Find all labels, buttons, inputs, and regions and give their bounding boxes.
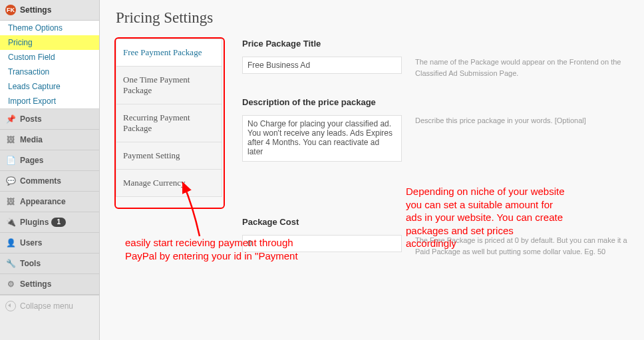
content-area: Pricing Settings Free Payment PackageOne… <box>100 0 644 340</box>
page-title: Pricing Settings <box>116 9 628 27</box>
menu-section-settings[interactable]: FK Settings <box>0 0 99 21</box>
desc-help: Describe this price package in your word… <box>402 115 628 126</box>
menu-item-settings[interactable]: ⚙Settings <box>0 274 99 295</box>
submenu-item-transaction[interactable]: Transaction <box>0 65 99 79</box>
pin-icon: 📌 <box>5 114 16 124</box>
tab-free-payment-package[interactable]: Free Payment Package <box>116 39 222 67</box>
submenu-item-leads-capture[interactable]: Leads Capture <box>0 79 99 94</box>
tools-icon: 🔧 <box>5 258 16 269</box>
menu-item-label: Plugins <box>20 218 49 227</box>
tab-recurring-payment-package[interactable]: Recurring Payment Package <box>116 104 222 142</box>
admin-sidebar: FK Settings Theme OptionsPricingCustom F… <box>0 0 100 340</box>
settings-tabs: Free Payment PackageOne Time Payment Pac… <box>116 39 222 197</box>
tab-one-time-payment-package[interactable]: One Time Payment Package <box>116 67 222 104</box>
menu-item-plugins[interactable]: 🔌Plugins1 <box>0 212 99 233</box>
menu-item-posts[interactable]: 📌Posts <box>0 109 99 130</box>
tab-manage-currency[interactable]: Manage Currency <box>116 170 222 196</box>
title-input[interactable] <box>242 57 402 74</box>
submenu-item-theme-options[interactable]: Theme Options <box>0 21 99 35</box>
tab-payment-setting[interactable]: Payment Setting <box>116 142 222 170</box>
field-cost: Package Cost The Free Package is priced … <box>242 217 628 257</box>
menu-section-label: Settings <box>20 5 51 15</box>
menu-item-label: Media <box>20 135 43 144</box>
comment-icon: 💬 <box>5 176 16 186</box>
menu-item-pages[interactable]: 📄Pages <box>0 150 99 171</box>
menu-item-tools[interactable]: 🔧Tools <box>0 254 99 274</box>
menu-item-label: Pages <box>20 156 43 165</box>
submenu-item-import-export[interactable]: Import Export <box>0 94 99 108</box>
plugin-icon: 🔌 <box>5 217 16 228</box>
settings-form: Price Package Title The name of the Pack… <box>222 39 628 275</box>
menu-item-comments[interactable]: 💬Comments <box>0 171 99 192</box>
field-title: Price Package Title The name of the Pack… <box>242 39 628 79</box>
collapse-icon <box>5 301 16 311</box>
title-help: The name of the Package would appear on … <box>402 57 628 79</box>
page-icon: 📄 <box>5 155 16 166</box>
cost-input[interactable] <box>242 235 402 252</box>
appearance-icon: 🖼 <box>5 196 16 207</box>
collapse-menu[interactable]: Collapse menu <box>0 295 99 317</box>
menu-item-users[interactable]: 👤Users <box>0 233 99 254</box>
field-desc-label: Description of the price package <box>242 97 628 107</box>
menu-item-media[interactable]: 🖼Media <box>0 130 99 150</box>
submenu-item-pricing[interactable]: Pricing <box>0 35 99 50</box>
update-badge: 1 <box>51 218 66 227</box>
brand-icon: FK <box>5 5 16 15</box>
menu-item-label: Comments <box>20 176 61 186</box>
collapse-label: Collapse menu <box>20 301 73 311</box>
menu-item-label: Tools <box>20 259 41 268</box>
media-icon: 🖼 <box>5 134 16 145</box>
submenu-item-custom-field[interactable]: Custom Field <box>0 50 99 65</box>
menu-item-label: Users <box>20 238 42 248</box>
menu-item-label: Posts <box>20 114 42 124</box>
field-title-label: Price Package Title <box>242 39 628 49</box>
menu-item-label: Settings <box>20 279 51 289</box>
menu-item-label: Appearance <box>20 197 66 206</box>
field-desc: Description of the price package Describ… <box>242 97 628 164</box>
settings-icon: ⚙ <box>5 279 16 289</box>
submenu-list: Theme OptionsPricingCustom FieldTransact… <box>0 21 99 109</box>
field-cost-label: Package Cost <box>242 217 628 227</box>
menu-item-appearance[interactable]: 🖼Appearance <box>0 192 99 212</box>
users-icon: 👤 <box>5 238 16 248</box>
desc-textarea[interactable] <box>242 115 402 162</box>
cost-help: The Free Package is priced at 0 by defau… <box>402 235 628 257</box>
